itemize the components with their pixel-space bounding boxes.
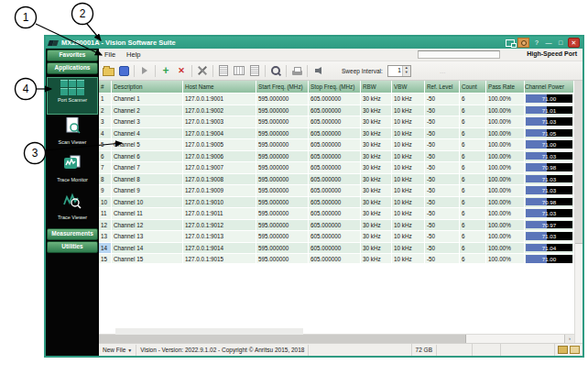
- cell-start[interactable]: 595.000000: [256, 139, 309, 151]
- table-row[interactable]: 2Channel 2127.0.0.1:9002595.000000605.00…: [99, 105, 574, 117]
- cell-desc[interactable]: Channel 14: [112, 243, 183, 255]
- cell-desc[interactable]: Channel 11: [112, 208, 183, 220]
- cell-pass[interactable]: 100.00%: [486, 151, 525, 163]
- cell-pass[interactable]: 100.00%: [486, 174, 525, 186]
- status-file-selector[interactable]: New File ▼: [99, 345, 136, 356]
- cell-num[interactable]: 10: [99, 197, 112, 209]
- remote-display-icon[interactable]: [506, 39, 515, 47]
- hscroll-thumb[interactable]: [99, 335, 466, 343]
- cell-start[interactable]: 595.000000: [256, 220, 309, 232]
- cell-vbw[interactable]: 10 kHz: [392, 197, 425, 209]
- table-row[interactable]: 4Channel 4127.0.0.1:9004595.000000605.00…: [99, 128, 574, 140]
- cell-num[interactable]: 4: [99, 128, 112, 140]
- sidebar-favorites-button[interactable]: Favorites: [47, 50, 98, 61]
- cell-desc[interactable]: Channel 6: [112, 151, 183, 163]
- cell-rbw[interactable]: 30 kHz: [361, 174, 392, 186]
- table-row[interactable]: 13Channel 13127.0.0.1:9013595.000000605.…: [99, 231, 574, 243]
- cell-rbw[interactable]: 30 kHz: [361, 116, 392, 128]
- cell-num[interactable]: 5: [99, 139, 112, 151]
- cell-count[interactable]: 6: [460, 94, 486, 105]
- cell-desc[interactable]: Channel 13: [112, 231, 183, 243]
- close-button[interactable]: ✕: [568, 38, 580, 48]
- column-header-rbw[interactable]: RBW: [361, 81, 392, 94]
- cell-num[interactable]: 7: [99, 162, 112, 174]
- cell-ref[interactable]: -50: [425, 220, 460, 232]
- cell-ref[interactable]: -50: [425, 128, 460, 140]
- cell-ref[interactable]: -50: [425, 208, 460, 220]
- announce-icon[interactable]: [311, 64, 324, 77]
- cell-stop[interactable]: 605.000000: [309, 139, 361, 151]
- cell-pass[interactable]: 100.00%: [486, 208, 525, 220]
- cell-count[interactable]: 6: [460, 162, 486, 174]
- cell-desc[interactable]: Channel 3: [112, 116, 183, 128]
- column-header-count[interactable]: Count: [460, 81, 486, 94]
- log-icon[interactable]: [248, 64, 261, 77]
- cell-rbw[interactable]: 30 kHz: [361, 197, 392, 209]
- column-header-pass[interactable]: Pass Rate: [486, 81, 525, 94]
- cell-host[interactable]: 127.0.0.1:9013: [183, 231, 256, 243]
- cell-stop[interactable]: 605.000000: [309, 174, 361, 186]
- cell-channel-power[interactable]: 71.03: [525, 185, 574, 197]
- table-row[interactable]: 3Channel 3127.0.0.1:9003595.000000605.00…: [99, 116, 574, 128]
- column-header-vbw[interactable]: VBW: [392, 81, 425, 94]
- cell-count[interactable]: 6: [460, 116, 486, 128]
- play-icon[interactable]: [138, 64, 151, 77]
- cell-vbw[interactable]: 10 kHz: [392, 220, 425, 232]
- cell-vbw[interactable]: 10 kHz: [392, 128, 425, 140]
- cell-vbw[interactable]: 10 kHz: [392, 174, 425, 186]
- cell-count[interactable]: 6: [460, 220, 486, 232]
- column-header-desc[interactable]: Description: [112, 81, 183, 94]
- tools-icon[interactable]: [196, 64, 209, 77]
- cell-desc[interactable]: Channel 12: [112, 220, 183, 232]
- cell-desc[interactable]: Channel 8: [112, 174, 183, 186]
- cell-stop[interactable]: 605.000000: [309, 105, 361, 117]
- cell-num[interactable]: 8: [99, 174, 112, 186]
- cell-host[interactable]: 127.0.0.1:9003: [183, 116, 256, 128]
- cell-host[interactable]: 127.0.0.1:9004: [183, 128, 256, 140]
- cell-rbw[interactable]: 30 kHz: [361, 94, 392, 105]
- cell-stop[interactable]: 605.000000: [309, 208, 361, 220]
- cell-ref[interactable]: -50: [425, 185, 460, 197]
- cell-desc[interactable]: Channel 10: [112, 197, 183, 209]
- sweep-interval-value[interactable]: 1: [388, 66, 402, 76]
- cell-pass[interactable]: 100.00%: [486, 162, 525, 174]
- zoom-icon[interactable]: [269, 64, 282, 77]
- table-row[interactable]: 8Channel 8127.0.0.1:9008595.000000605.00…: [99, 174, 574, 186]
- sidebar-item-trace-viewer[interactable]: Trace Viewer: [48, 191, 97, 226]
- cell-channel-power[interactable]: 71.03: [525, 174, 574, 186]
- cell-stop[interactable]: 605.000000: [309, 162, 361, 174]
- minimize-button[interactable]: —: [544, 39, 553, 47]
- cell-vbw[interactable]: 10 kHz: [392, 139, 425, 151]
- cell-vbw[interactable]: 10 kHz: [392, 243, 425, 255]
- cell-pass[interactable]: 100.00%: [486, 116, 525, 128]
- cell-channel-power[interactable]: 71.05: [525, 128, 574, 140]
- column-header-num[interactable]: #: [99, 81, 112, 94]
- cell-start[interactable]: 595.000000: [256, 94, 309, 105]
- column-header-power[interactable]: Channel Power: [525, 81, 574, 94]
- column-header-start[interactable]: Start Freq. (MHz): [256, 81, 309, 94]
- cell-pass[interactable]: 100.00%: [486, 231, 525, 243]
- cell-desc[interactable]: Channel 9: [112, 185, 183, 197]
- sidebar-item-port-scanner[interactable]: Port Scanner: [48, 78, 97, 114]
- cell-host[interactable]: 127.0.0.1:9007: [183, 162, 256, 174]
- table-row[interactable]: 9Channel 9127.0.0.1:9009595.000000605.00…: [99, 185, 574, 197]
- table-icon[interactable]: [233, 64, 245, 77]
- sidebar-item-trace-monitor[interactable]: Trace Monitor: [48, 153, 97, 189]
- cell-rbw[interactable]: 30 kHz: [361, 220, 392, 232]
- cell-desc[interactable]: Channel 4: [112, 128, 183, 140]
- camera-icon[interactable]: [517, 38, 529, 48]
- cell-ref[interactable]: -50: [425, 243, 460, 255]
- cell-num[interactable]: 2: [99, 105, 112, 117]
- cell-ref[interactable]: -50: [425, 94, 460, 105]
- cell-channel-power[interactable]: 71.03: [525, 116, 574, 128]
- cell-rbw[interactable]: 30 kHz: [361, 243, 392, 255]
- cell-count[interactable]: 6: [460, 128, 486, 140]
- titlebar[interactable]: MX280001A - Vision Software Suite ? — □ …: [46, 37, 583, 49]
- cell-num[interactable]: 6: [99, 151, 112, 163]
- cell-desc[interactable]: Channel 5: [112, 139, 183, 151]
- cell-ref[interactable]: -50: [425, 162, 460, 174]
- cell-channel-power[interactable]: 70.97: [525, 220, 574, 232]
- cell-count[interactable]: 6: [460, 174, 486, 186]
- cell-num[interactable]: 3: [99, 116, 112, 128]
- cell-rbw[interactable]: 30 kHz: [361, 128, 392, 140]
